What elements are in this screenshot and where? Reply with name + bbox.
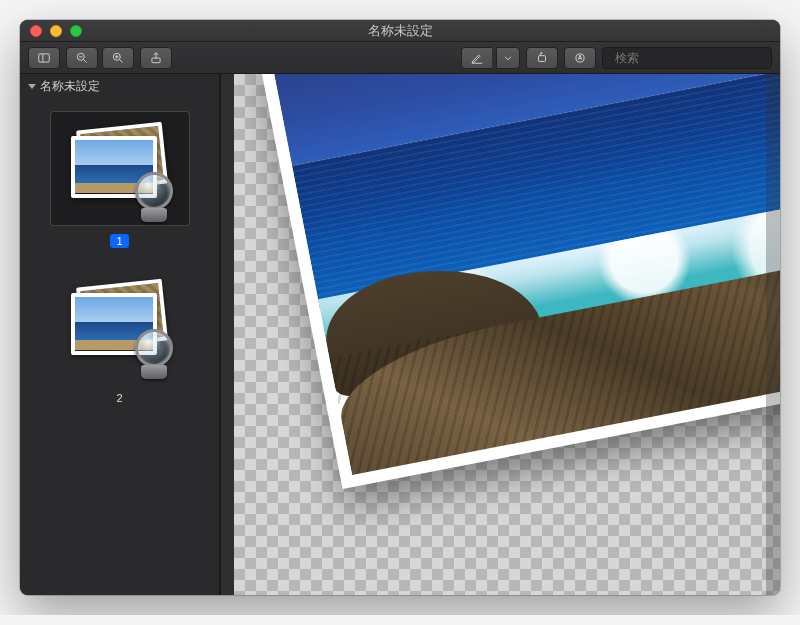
- traffic-lights: [20, 25, 82, 37]
- svg-rect-11: [539, 55, 546, 61]
- search-icon: [609, 52, 611, 64]
- sidebar-icon: [37, 51, 51, 65]
- sidebar-header[interactable]: 名称未設定: [20, 74, 219, 99]
- toolbar: [20, 42, 780, 74]
- svg-rect-0: [39, 53, 50, 61]
- image-content: [271, 74, 780, 475]
- titlebar: 名称未設定: [20, 20, 780, 42]
- sidebar-toggle-button[interactable]: [28, 47, 60, 69]
- preview-app-icon: [65, 124, 175, 214]
- markup-dropdown-button[interactable]: [496, 47, 520, 69]
- thumbnail-label: 2: [110, 391, 128, 405]
- zoom-in-icon: [111, 51, 125, 65]
- annotate-circle-icon: [573, 51, 587, 65]
- svg-line-3: [84, 59, 87, 62]
- window-title: 名称未設定: [20, 22, 780, 40]
- sidebar-scrollbar[interactable]: [220, 74, 234, 595]
- sidebar-header-label: 名称未設定: [40, 78, 100, 95]
- window-body: 名称未設定 1: [20, 74, 780, 595]
- disclosure-triangle-icon: [28, 84, 36, 89]
- share-button[interactable]: [140, 47, 172, 69]
- zoom-out-icon: [75, 51, 89, 65]
- page-thumbnail[interactable]: 1: [20, 99, 219, 256]
- thumbnail-frame: [50, 111, 190, 226]
- markup-button[interactable]: [461, 47, 492, 69]
- app-window: 名称未設定: [20, 20, 780, 595]
- close-button[interactable]: [30, 25, 42, 37]
- svg-line-6: [120, 59, 123, 62]
- maximize-button[interactable]: [70, 25, 82, 37]
- markup-pen-icon: [470, 51, 484, 65]
- search-field[interactable]: [602, 47, 772, 69]
- minimize-button[interactable]: [50, 25, 62, 37]
- search-input[interactable]: [615, 51, 765, 65]
- canvas-area[interactable]: [234, 74, 780, 595]
- zoom-out-button[interactable]: [66, 47, 98, 69]
- canvas-scrollbar[interactable]: [766, 74, 780, 595]
- svg-point-13: [609, 57, 610, 58]
- rotate-button[interactable]: [526, 47, 558, 69]
- rotate-icon: [535, 51, 549, 65]
- zoom-in-button[interactable]: [102, 47, 134, 69]
- chevron-down-icon: [501, 51, 515, 65]
- annotate-button[interactable]: [564, 47, 596, 69]
- share-icon: [149, 51, 163, 65]
- page-thumbnail[interactable]: 2: [20, 256, 219, 413]
- preview-app-icon: [65, 281, 175, 371]
- thumbnail-frame: [50, 268, 190, 383]
- thumbnail-sidebar: 名称未設定 1: [20, 74, 220, 595]
- thumbnail-label: 1: [110, 234, 128, 248]
